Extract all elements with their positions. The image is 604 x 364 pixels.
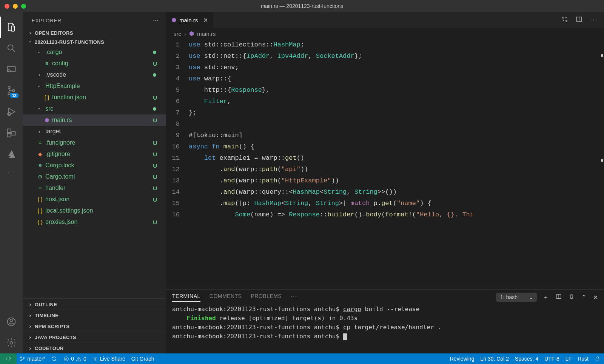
split-terminal-icon[interactable]	[556, 293, 562, 301]
window-maximize-button[interactable]	[21, 4, 26, 9]
tree-item--cargo[interactable]: ›.cargo	[23, 46, 166, 58]
sidebar-more-icon[interactable]: ···	[153, 17, 159, 25]
tree-item-label: local.settings.json	[45, 207, 162, 214]
status-eol[interactable]: LF	[565, 356, 572, 362]
tree-item-src[interactable]: ›src	[23, 103, 166, 114]
tree-item-cargo-toml[interactable]: ⚙Cargo.tomlU	[23, 171, 166, 182]
section-open-editors[interactable]: › OPEN EDITORS	[23, 28, 166, 37]
remote-indicator[interactable]	[0, 353, 17, 364]
panel-action-icons: ＋ ⌃ ✕	[543, 293, 598, 301]
split-editor-icon[interactable]	[576, 16, 582, 24]
tab-main-rs[interactable]: ⬢ main.rs ✕	[166, 12, 213, 28]
sidebar-header: EXPLORER ···	[23, 12, 166, 28]
close-panel-icon[interactable]: ✕	[593, 294, 598, 301]
chevron-right-icon: ›	[27, 301, 33, 307]
panel-tab-comments[interactable]: COMMENTS	[210, 293, 242, 301]
modified-dot-icon	[153, 73, 156, 77]
svg-rect-7	[8, 129, 11, 133]
activity-account-icon[interactable]	[0, 311, 23, 332]
status-reviewing[interactable]: Reviewing	[450, 356, 475, 362]
section-project[interactable]: › 20201123-RUST-FUNCTIONS	[23, 37, 166, 46]
compare-changes-icon[interactable]	[561, 16, 568, 24]
file-icon: ›	[36, 72, 44, 78]
section-npm-scripts[interactable]: ›NPM SCRIPTS	[23, 321, 166, 332]
activity-azure-icon[interactable]	[0, 143, 23, 165]
file-icon: { }	[36, 208, 44, 214]
tree-item--vscode[interactable]: ›.vscode	[23, 69, 166, 80]
status-branch[interactable]: master*	[20, 356, 45, 362]
tree-item-proxies-json[interactable]: { }proxies.jsonU	[23, 216, 166, 228]
status-git-graph[interactable]: Git Graph	[131, 356, 154, 362]
svg-point-12	[10, 342, 13, 344]
panel-tab-terminal[interactable]: TERMINAL	[172, 293, 200, 302]
section-timeline[interactable]: ›TIMELINE	[23, 310, 166, 321]
untracked-badge: U	[153, 60, 162, 67]
tree-item-target[interactable]: ›target	[23, 126, 166, 137]
tree-item-label: config	[52, 60, 150, 67]
status-live-share[interactable]: Live Share	[92, 356, 125, 362]
tree-item-handler[interactable]: ≡handlerU	[23, 182, 166, 194]
tree-item-host-json[interactable]: { }host.jsonU	[23, 194, 166, 205]
code-content[interactable]: use std::collections::HashMap;use std::n…	[189, 39, 604, 289]
status-cursor[interactable]: Ln 30, Col 2	[480, 356, 509, 362]
svg-point-19	[23, 357, 25, 358]
git-graph-label: Git Graph	[131, 356, 154, 362]
svg-point-14	[566, 20, 567, 22]
tree-item-function-json[interactable]: { }function.jsonU	[23, 92, 166, 103]
tree-item-local-settings-json[interactable]: { }local.settings.json	[23, 205, 166, 216]
tree-item--gitignore[interactable]: ◆.gitignoreU	[23, 148, 166, 160]
panel-tab-problems[interactable]: PROBLEMS	[251, 293, 282, 301]
tree-item-config[interactable]: ≡configU	[23, 58, 166, 69]
activity-more-icon[interactable]: ···	[0, 165, 23, 180]
activity-settings-icon[interactable]	[0, 332, 23, 353]
panel-more-icon[interactable]: ···	[291, 293, 297, 301]
status-notifications-icon[interactable]	[595, 356, 600, 362]
status-spaces[interactable]: Spaces: 4	[515, 356, 538, 362]
new-terminal-icon[interactable]: ＋	[543, 293, 549, 301]
status-language[interactable]: Rust	[578, 356, 589, 362]
activity-remote-icon[interactable]	[0, 59, 23, 80]
terminal-selector[interactable]: 1: bash ⌄	[496, 293, 537, 302]
tree-item-label: .gitignore	[45, 151, 150, 157]
tree-item--funcignore[interactable]: ≡.funcignoreU	[23, 137, 166, 148]
activity-debug-icon[interactable]	[0, 101, 23, 122]
panel: TERMINAL COMMENTS PROBLEMS ··· 1: bash ⌄…	[166, 289, 604, 353]
section-java-projects[interactable]: ›JAVA PROJECTS	[23, 332, 166, 342]
tree-item-main-rs[interactable]: ⬢main.rsU	[23, 114, 166, 126]
activity-source-control-icon[interactable]: 13	[0, 80, 23, 101]
status-sync-icon[interactable]	[51, 356, 57, 362]
kill-terminal-icon[interactable]	[569, 293, 575, 301]
status-encoding[interactable]: UTF-8	[544, 356, 559, 362]
file-icon: ⚙	[36, 174, 44, 180]
untracked-badge: U	[153, 196, 162, 203]
tree-item-httpexample[interactable]: ›HttpExample	[23, 80, 166, 92]
breadcrumb[interactable]: src › ⬢ main.rs	[166, 28, 604, 39]
breadcrumb-file[interactable]: main.rs	[197, 31, 216, 37]
code-editor[interactable]: 12345678910111213141516 use std::collect…	[166, 39, 604, 289]
breadcrumb-folder[interactable]: src	[174, 31, 181, 37]
collapsed-sections: ›OUTLINE›TIMELINE›NPM SCRIPTS›JAVA PROJE…	[23, 298, 166, 353]
status-left: master* 0 0 Live Share Git Graph	[20, 356, 154, 362]
section-label: TIMELINE	[35, 313, 59, 318]
maximize-panel-icon[interactable]: ⌃	[581, 294, 586, 301]
tree-item-cargo-lock[interactable]: ≡Cargo.lockU	[23, 160, 166, 171]
rust-file-icon: ⬢	[171, 17, 176, 23]
svg-point-2	[8, 70, 10, 72]
tab-close-icon[interactable]: ✕	[203, 17, 208, 24]
sidebar-title: EXPLORER	[32, 18, 62, 23]
section-codetour[interactable]: ›CODETOUR	[23, 342, 166, 353]
chevron-right-icon: ›	[27, 334, 33, 340]
title-bar: main.rs — 20201123-rust-functions	[0, 0, 604, 12]
terminal-output[interactable]: antchu-macbook:20201123-rust-functions a…	[166, 302, 604, 353]
section-outline[interactable]: ›OUTLINE	[23, 299, 166, 310]
branch-label: master*	[27, 356, 45, 362]
window-minimize-button[interactable]	[13, 4, 18, 9]
warning-count: 0	[83, 356, 86, 362]
activity-explorer-icon[interactable]	[0, 17, 23, 38]
window-close-button[interactable]	[5, 4, 9, 9]
svg-point-0	[8, 45, 13, 50]
editor-more-icon[interactable]: ···	[590, 16, 598, 24]
status-problems[interactable]: 0 0	[63, 356, 86, 362]
activity-search-icon[interactable]	[0, 38, 23, 59]
activity-extensions-icon[interactable]	[0, 122, 23, 143]
